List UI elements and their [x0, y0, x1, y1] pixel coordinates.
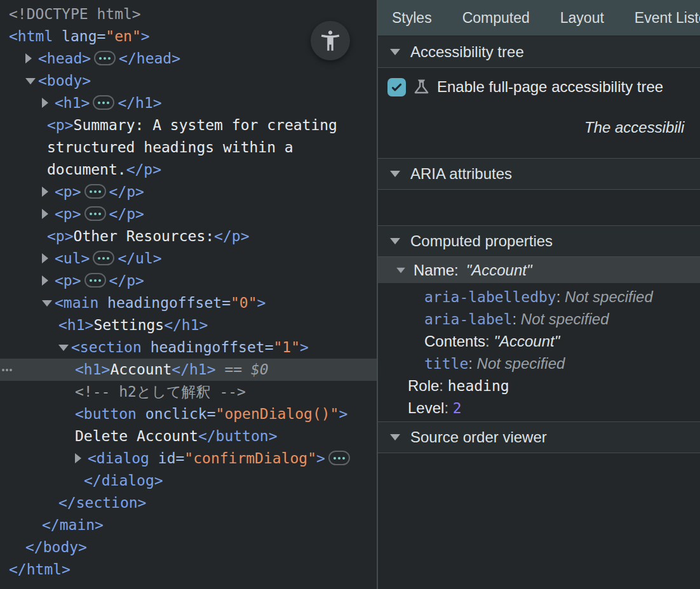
accessibility-mode-button[interactable] [311, 21, 350, 60]
section-header-aria-attributes[interactable]: ARIA attributes [378, 158, 700, 190]
code-token: onclick [137, 406, 207, 422]
dom-tree-node[interactable]: <ul></ul> [0, 248, 377, 270]
collapsed-children-ellipsis-icon[interactable] [84, 206, 106, 221]
code-token: </h1> [172, 361, 215, 378]
expand-arrow-right-icon[interactable] [75, 448, 88, 470]
collapsed-children-ellipsis-icon[interactable] [93, 251, 114, 265]
dom-tree-node[interactable]: <p></p> [0, 181, 377, 203]
property-value: 2 [453, 400, 462, 416]
collapsed-children-ellipsis-icon[interactable] [328, 451, 350, 465]
dom-tree-node[interactable]: </html> [0, 559, 377, 581]
property-value: Not specified [477, 355, 565, 372]
property-colon: : [556, 288, 565, 305]
tab-event-listeners[interactable]: Event Listeners [635, 10, 700, 27]
code-token: > [316, 450, 325, 467]
code-token: "confirmDialog" [184, 450, 316, 467]
expand-arrow-right-icon[interactable] [42, 270, 55, 293]
code-token: $0 [251, 361, 269, 378]
dom-tree-node[interactable]: structured headings within a [0, 136, 377, 159]
more-actions-dots-icon [2, 369, 12, 371]
accessibility-tree-pane: Enable full-page accessibility tree The … [378, 68, 700, 158]
dom-tree-node[interactable]: document.</p> [0, 159, 377, 181]
dom-tree-node[interactable]: <p></p> [0, 203, 377, 225]
dom-tree-node[interactable]: <button onclick="openDialog()"> [0, 403, 377, 425]
expand-arrow-right-icon[interactable] [42, 248, 55, 270]
code-token: <p> [55, 206, 81, 222]
expand-arrow-down-icon[interactable] [42, 293, 55, 315]
code-token: structured headings within a [47, 139, 293, 156]
accessibility-person-icon [318, 29, 342, 53]
expand-arrow-right-icon[interactable] [42, 182, 55, 204]
computed-property-row: title: Not specified [378, 352, 700, 374]
dom-tree-node[interactable]: <dialog id="confirmDialog"> [0, 447, 377, 470]
code-token: = [207, 406, 216, 422]
dom-tree-node[interactable]: <body> [0, 70, 377, 92]
computed-property-row: Role: heading [378, 374, 700, 397]
section-header-computed-properties[interactable]: Computed properties [378, 225, 700, 257]
checkmark-icon [390, 81, 403, 94]
code-token: <p> [47, 117, 74, 133]
collapsed-children-ellipsis-icon[interactable] [93, 95, 114, 110]
code-token: "en" [105, 28, 140, 44]
expand-arrow-right-icon[interactable] [42, 204, 55, 226]
code-token: </ul> [118, 250, 161, 267]
code-token: </p> [126, 161, 161, 178]
chevron-down-icon [390, 171, 400, 177]
tab-styles[interactable]: Styles [392, 10, 432, 27]
aria-attributes-pane [378, 190, 700, 225]
computed-property-row: Contents: "Account" [378, 330, 700, 352]
computed-name-row[interactable]: Name: "Account" [378, 257, 700, 283]
code-token: = [97, 28, 106, 44]
property-key: aria-labelledby [424, 289, 556, 305]
code-token: = [265, 339, 274, 355]
dom-tree-node[interactable]: <h1>Settings</h1> [0, 314, 377, 336]
code-token: <body> [38, 72, 91, 89]
code-token: == [216, 361, 251, 378]
collapsed-children-ellipsis-icon[interactable] [84, 184, 106, 199]
dom-tree-node[interactable]: </section> [0, 492, 377, 514]
tab-layout[interactable]: Layout [560, 10, 604, 27]
section-header-accessibility-tree[interactable]: Accessibility tree [378, 36, 700, 68]
dom-tree-node[interactable]: <section headingoffset="1"> [0, 336, 377, 359]
collapsed-children-ellipsis-icon[interactable] [94, 51, 116, 65]
chevron-down-icon [390, 238, 400, 244]
source-order-viewer-pane [378, 453, 700, 589]
code-token: </p> [109, 183, 144, 200]
dom-tree-node[interactable]: <p></p> [0, 270, 377, 292]
expand-arrow-down-icon[interactable] [58, 337, 71, 359]
dom-tree-node[interactable]: <main headingoffset="0"> [0, 292, 377, 314]
expand-arrow-down-icon[interactable] [25, 70, 38, 93]
dom-tree-node[interactable]: <!-- h2として解釈 --> [0, 381, 377, 403]
fullpage-tree-checkbox[interactable] [387, 78, 406, 96]
code-token: <ul> [55, 250, 90, 267]
dom-tree-node[interactable]: <!DOCTYPE html> [0, 3, 377, 25]
code-token: <h1> [55, 95, 90, 111]
fullpage-tree-checkbox-label: Enable full-page accessibility tree [437, 78, 663, 96]
code-token: <section [71, 339, 142, 355]
collapsed-children-ellipsis-icon[interactable] [84, 273, 106, 288]
computed-property-row: aria-label: Not specified [378, 308, 700, 330]
tab-computed[interactable]: Computed [462, 10, 530, 27]
section-header-source-order-viewer[interactable]: Source order viewer [378, 421, 700, 453]
code-token: = [222, 294, 231, 311]
code-token: <h1> [75, 361, 110, 378]
dom-tree-node[interactable]: Delete Account</button> [0, 425, 377, 447]
dom-tree-node[interactable]: <h1></h1> [0, 92, 377, 114]
code-token: </button> [198, 428, 278, 444]
property-colon: : [439, 377, 447, 394]
expand-arrow-right-icon[interactable] [42, 93, 55, 115]
devtools-window: <!DOCTYPE html><html lang="en"><head></h… [0, 0, 700, 589]
dom-tree-node[interactable]: <h1>Account</h1> == $0 [0, 359, 377, 381]
code-token: Delete Account [75, 428, 198, 444]
dom-tree-node[interactable]: </dialog> [0, 470, 377, 492]
code-token: <p> [55, 183, 81, 200]
code-token: </p> [109, 272, 144, 289]
code-token: </head> [119, 50, 180, 67]
dom-tree-node[interactable]: <p>Other Resources:</p> [0, 225, 377, 248]
expand-arrow-right-icon[interactable] [25, 48, 38, 70]
dom-tree-node[interactable]: <p>Summary: A system for creating [0, 114, 377, 136]
code-token: "openDialog()" [216, 406, 339, 422]
dom-tree-node[interactable]: </body> [0, 536, 377, 559]
code-token: </dialog> [84, 472, 163, 489]
dom-tree-node[interactable]: </main> [0, 514, 377, 536]
